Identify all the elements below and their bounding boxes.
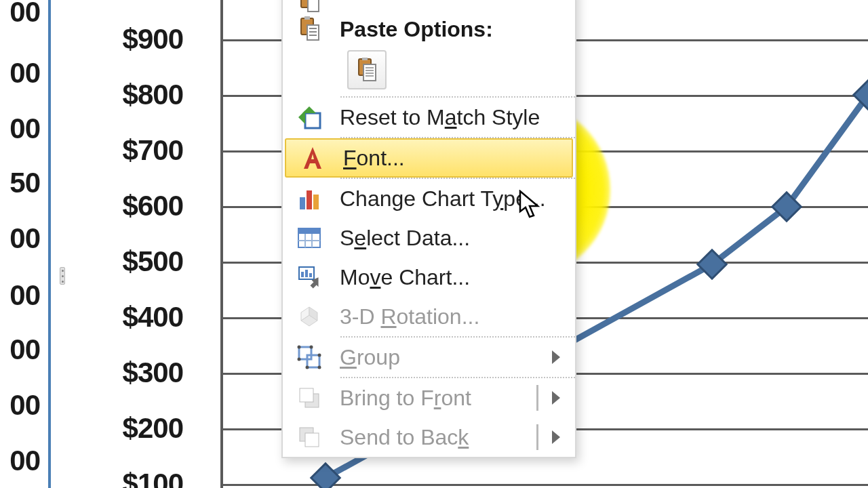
menu-header-paste-options: Paste Options: (283, 12, 575, 46)
cell-fragment: 00 (9, 0, 40, 28)
select-data-icon (296, 224, 323, 251)
y-tick-label: $400 (123, 301, 183, 333)
svg-point-38 (318, 366, 321, 369)
svg-point-35 (298, 346, 301, 349)
svg-point-39 (306, 366, 309, 369)
y-tick-label: $200 (123, 412, 183, 445)
paste-icon (296, 16, 323, 43)
group-icon (296, 344, 323, 371)
document-icon (355, 58, 379, 82)
y-tick-label: $800 (123, 79, 183, 111)
svg-rect-33 (299, 347, 311, 359)
svg-rect-31 (305, 270, 308, 277)
cell-fragment: 00 (9, 389, 40, 422)
menu-item-label: Group (336, 345, 575, 370)
menu-item-label: Select Data... (336, 226, 575, 251)
svg-rect-42 (300, 388, 313, 402)
svg-rect-34 (307, 355, 319, 367)
svg-rect-20 (305, 113, 320, 128)
paste-options-label: Paste Options: (336, 17, 575, 42)
svg-rect-22 (307, 190, 312, 209)
cell-fragment: 00 (9, 279, 40, 312)
svg-point-36 (310, 346, 313, 349)
svg-rect-44 (305, 433, 319, 447)
cell-fragment: 00 (9, 113, 40, 145)
reset-style-icon (296, 104, 323, 131)
send-to-back-icon (296, 424, 323, 451)
cell-fragment: 00 (9, 333, 40, 366)
move-chart-icon (296, 264, 323, 291)
y-tick-label: $500 (123, 245, 183, 278)
svg-rect-32 (309, 273, 312, 277)
y-tick-label: $100 (123, 468, 183, 488)
rotation-3d-icon (296, 303, 323, 330)
cell-fragment: 00 (9, 445, 40, 477)
menu-item-copy-cut[interactable] (283, 0, 575, 12)
svg-rect-0 (311, 464, 340, 488)
font-icon (299, 144, 326, 171)
adjacent-cells-fragment: 00 00 00 50 00 00 00 00 00 (0, 0, 51, 488)
mouse-cursor (519, 190, 543, 220)
menu-item-3d-rotation: 3-D Rotation... (283, 297, 575, 336)
cell-fragment: 50 (9, 167, 40, 199)
y-tick-label: $300 (123, 357, 183, 389)
bring-to-front-icon (296, 384, 323, 411)
svg-rect-14 (362, 58, 368, 60)
svg-point-37 (318, 354, 321, 357)
svg-rect-23 (313, 195, 319, 209)
menu-item-group: Group (283, 338, 575, 377)
menu-item-label: Send to Back (336, 425, 575, 450)
svg-rect-15 (363, 64, 376, 81)
menu-item-move-chart[interactable]: Move Chart... (283, 258, 575, 297)
y-tick-label: $700 (123, 134, 183, 167)
menu-item-send-to-back: Send to Back (283, 418, 575, 457)
chart-context-menu: Paste Options: Reset to Match Style (281, 0, 576, 458)
menu-item-label: Bring to Front (336, 386, 575, 411)
svg-rect-8 (304, 16, 310, 20)
svg-rect-6 (308, 0, 319, 12)
svg-rect-25 (298, 228, 320, 234)
svg-rect-30 (301, 272, 304, 277)
menu-item-reset-match-style[interactable]: Reset to Match Style (283, 98, 575, 137)
y-tick-label: $600 (123, 190, 183, 222)
svg-rect-21 (300, 197, 305, 209)
menu-item-label: 3-D Rotation... (336, 304, 575, 329)
paste-option-default[interactable] (347, 50, 387, 89)
menu-item-bring-to-front: Bring to Front (283, 378, 575, 418)
svg-point-40 (298, 358, 301, 361)
menu-item-font[interactable]: Font... (285, 138, 573, 178)
menu-item-label: Move Chart... (336, 265, 575, 290)
chart-type-icon (296, 185, 323, 212)
menu-item-select-data[interactable]: Select Data... (283, 218, 575, 258)
cell-fragment: 00 (9, 222, 40, 255)
menu-item-label: Font... (339, 146, 572, 171)
menu-item-label: Reset to Match Style (336, 105, 575, 130)
cell-fragment: 00 (9, 57, 40, 89)
y-tick-label: $900 (123, 23, 183, 56)
split-handle[interactable] (60, 267, 65, 285)
